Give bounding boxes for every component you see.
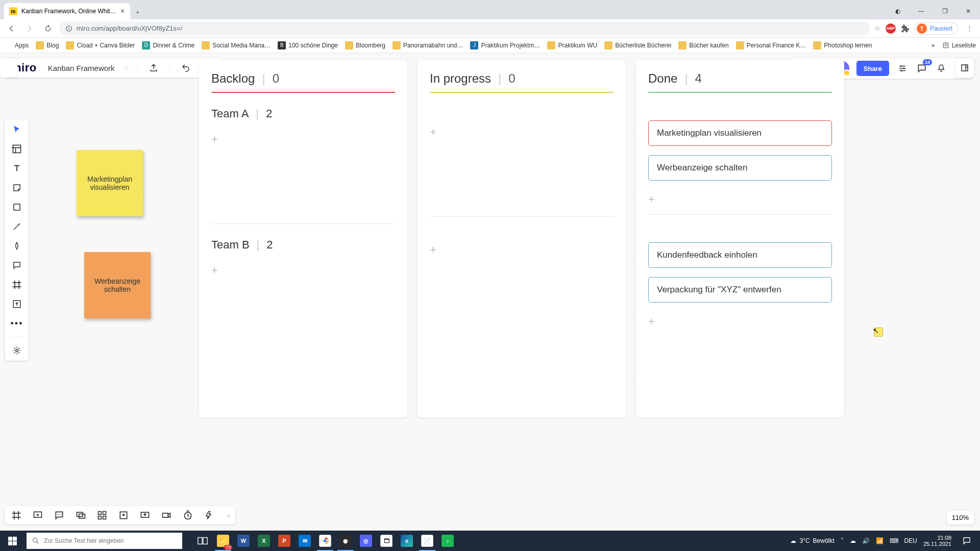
dark-mode-icon[interactable]: ◐ [886,3,910,19]
templates-tool-icon[interactable] [9,143,24,155]
export-frame-icon[interactable] [117,509,130,521]
star-board-icon[interactable]: ☆ [123,64,129,72]
present-icon[interactable] [32,509,44,521]
browser-tab[interactable]: m Kanban Framework, Online Whit… ✕ [4,3,130,19]
reading-list-button[interactable]: Leseliste [942,42,976,49]
add-card-button[interactable]: + [430,122,614,140]
taskbar-search[interactable]: Zur Suche Text hier eingeben [27,533,182,549]
sticky-tool-icon[interactable] [9,182,24,194]
comments-icon[interactable]: 14 [916,62,928,74]
forward-button[interactable] [22,21,37,36]
bookmark-star-icon[interactable]: ☆ [874,24,880,32]
volume-icon[interactable]: 🔊 [862,537,870,544]
card-view-icon[interactable] [75,509,87,521]
select-tool-icon[interactable] [9,123,24,136]
weather-widget[interactable]: ☁ 3°C Bewölkt [790,537,834,544]
chrome-menu-icon[interactable]: ⋮ [963,24,976,32]
bookmark-item[interactable]: Panoramabahn und… [393,41,463,49]
word-icon[interactable]: W [233,531,254,551]
close-window-button[interactable]: ✕ [957,3,980,19]
miro-canvas[interactable]: miro Kanban Framework ☆ T Share 14 [0,53,980,531]
excel-icon[interactable]: X [254,531,274,551]
more-tools-icon[interactable]: ••• [9,317,24,330]
minimize-button[interactable]: — [910,3,933,19]
zoom-level[interactable]: 110% [947,511,974,524]
app-icon[interactable]: 🗔 [376,531,397,551]
add-card-button[interactable]: + [648,190,832,207]
tray-chevron-icon[interactable]: ˄ [841,537,844,544]
share-button[interactable]: Share [856,61,889,76]
obs-icon[interactable]: ◉ [335,531,356,551]
file-explorer-icon[interactable]: 📁73 [213,531,233,551]
bookmark-item[interactable]: B100 schöne Dinge [278,41,338,49]
frame-tool-icon[interactable] [9,279,24,291]
undo-icon[interactable] [178,60,193,76]
powerpoint-icon[interactable]: P [274,531,295,551]
activity-panel-toggle[interactable] [0,58,17,78]
bookmark-item[interactable]: Blog [36,41,59,49]
notifications-icon[interactable] [935,62,947,74]
start-button[interactable] [0,531,24,551]
sticky-note-yellow[interactable]: Marketingplan visualisieren [77,150,143,216]
chat-icon[interactable] [53,509,65,521]
line-tool-icon[interactable] [9,220,24,233]
onedrive-icon[interactable]: ☁ [850,537,856,544]
extensions-icon[interactable] [901,24,909,33]
bookmarks-overflow-icon[interactable]: » [932,42,935,49]
profile-paused-pill[interactable]: T Pausiert [914,22,958,35]
reload-button[interactable] [41,21,55,36]
add-card-button[interactable]: + [211,261,395,278]
screen-share-icon[interactable] [139,509,151,521]
shape-tool-icon[interactable] [9,201,24,213]
task-view-icon[interactable] [192,531,213,551]
kanban-card[interactable]: Kundenfeedback einholen [648,242,832,268]
notepad-icon[interactable]: 📄 [417,531,437,551]
settings-sliders-icon[interactable] [896,62,909,74]
app-icon[interactable]: ◎ [356,531,376,551]
adblock-icon[interactable]: ABP [886,23,896,34]
keyboard-icon[interactable]: ⌨ [890,537,898,544]
bookmark-item[interactable]: Praktikum WU [547,41,597,49]
url-input[interactable]: miro.com/app/board/uXjVOf8yZ1s=/ [59,21,870,36]
right-panel-toggle[interactable] [955,58,974,78]
mail-icon[interactable]: ✉ [295,531,315,551]
mindmap-tool-icon[interactable] [9,344,24,357]
voting-icon[interactable] [203,509,215,521]
export-icon[interactable] [146,60,161,76]
grid-icon[interactable] [96,509,108,521]
sticky-note-orange[interactable]: Werbeanzeige schalten [84,252,151,318]
spotify-icon[interactable]: ♪ [437,531,458,551]
tab-close-icon[interactable]: ✕ [120,8,125,15]
collapse-toolbar-icon[interactable]: « [227,512,230,519]
bookmark-item[interactable]: DDinner & Crime [142,41,194,49]
maximize-button[interactable]: ❐ [933,3,957,19]
frames-icon[interactable] [10,509,22,521]
chrome-icon[interactable] [315,531,335,551]
kanban-card[interactable]: Marketingplan visualisieren [648,120,832,146]
bookmark-item[interactable]: Social Media Mana… [202,41,271,49]
kanban-column-in-progress[interactable]: In progress | 0 + + [418,60,626,417]
pen-tool-icon[interactable] [9,240,24,252]
new-tab-button[interactable]: ＋ [130,5,144,19]
upload-tool-icon[interactable] [9,298,24,310]
add-card-button[interactable]: + [648,312,832,329]
video-icon[interactable] [160,509,173,521]
timer-icon[interactable] [182,509,194,521]
language-indicator[interactable]: DEU [904,537,917,544]
bookmark-item[interactable]: Personal Finance K… [736,41,806,49]
text-tool-icon[interactable] [9,162,24,174]
add-card-button[interactable]: + [211,130,395,147]
bookmark-item[interactable]: JPraktikum Projektm… [470,41,540,49]
edge-icon[interactable]: e [397,531,417,551]
apps-button[interactable]: Apps [4,41,29,49]
bookmark-item[interactable]: Bücher kaufen [678,41,728,49]
bookmark-item[interactable]: Bloomberg [345,41,385,49]
wifi-icon[interactable]: 📶 [876,537,884,544]
kanban-card[interactable]: Verpackung für "XYZ" entwerfen [648,277,832,303]
comment-tool-icon[interactable] [9,259,24,271]
back-button[interactable] [4,21,18,36]
bookmark-item[interactable]: Cload + Canva Bilder [66,41,135,49]
board-title[interactable]: Kanban Framework [48,64,115,72]
taskbar-clock[interactable]: 21:08 25.11.2021 [923,535,951,547]
kanban-card[interactable]: Werbeanzeige schalten [648,155,832,181]
